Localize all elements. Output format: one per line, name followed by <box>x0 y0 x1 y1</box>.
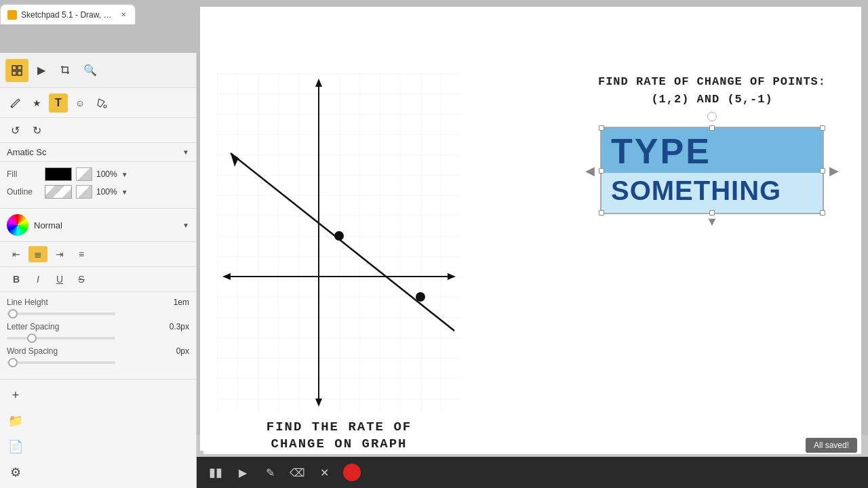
line-height-thumb[interactable] <box>8 309 18 319</box>
settings-button[interactable]: ⚙ <box>5 462 26 483</box>
svg-point-15 <box>416 292 425 302</box>
arrow-down-handle[interactable]: ▼ <box>706 215 718 229</box>
letter-spacing-row: Letter Spacing 0.3px <box>7 322 189 331</box>
clear-tool-bottom[interactable]: ✕ <box>313 462 335 483</box>
letter-spacing-thumb[interactable] <box>27 333 37 343</box>
word-spacing-value: 0px <box>165 346 189 356</box>
paint-tool[interactable] <box>92 94 111 113</box>
fill-opacity-btn[interactable] <box>76 167 92 181</box>
sketchpad-favicon <box>7 10 17 20</box>
word-spacing-row: Word Spacing 0px <box>7 346 189 356</box>
undo-redo-bar: ↺ ↻ <box>0 118 196 143</box>
svg-rect-3 <box>18 71 22 75</box>
problem-line2: (1,2) AND (5,-1) <box>651 93 772 106</box>
right-content: FIND RATE OF CHANGE OF POINTS: (1,2) AND… <box>576 73 848 214</box>
word-spacing-label: Word Spacing <box>7 346 161 356</box>
word-spacing-thumb[interactable] <box>8 358 18 367</box>
letter-spacing-slider[interactable] <box>7 337 115 340</box>
redo-button[interactable]: ↻ <box>27 121 46 140</box>
italic-button[interactable]: I <box>28 271 47 287</box>
align-justify-btn[interactable]: ≡ <box>72 246 91 262</box>
svg-rect-2 <box>12 71 16 75</box>
resize-tl[interactable] <box>599 125 604 131</box>
fill-opacity-arrow[interactable]: ▼ <box>121 171 128 178</box>
tools-button[interactable] <box>5 59 28 82</box>
sidebar-actions: + 📁 📄 ⚙ <box>0 379 196 488</box>
type-text: TYPE <box>611 131 711 171</box>
graph-container <box>217 73 461 412</box>
something-row: SOMETHING <box>601 173 823 213</box>
sidebar: ▶ 🔍 ★ T ☺ ↺ ↻ <box>0 53 197 488</box>
font-name-label: Amatic Sc <box>7 147 180 157</box>
folder-button[interactable]: 📁 <box>5 411 26 431</box>
crop-tool[interactable] <box>54 59 77 82</box>
underline-button[interactable]: U <box>50 271 69 287</box>
tab-close-sketchpad[interactable]: ✕ <box>119 10 128 20</box>
fill-label: Fill <box>7 169 41 179</box>
recording-toolbar: ▮▮ ▶ ✎ ⌫ ✕ <box>197 457 868 488</box>
record-indicator[interactable] <box>343 464 361 481</box>
graph-label: FIND THE RATE OF CHANGE ON GRAPH <box>217 419 461 452</box>
resize-bc[interactable] <box>709 210 715 216</box>
resize-br[interactable] <box>820 210 825 216</box>
problem-text: FIND RATE OF CHANGE OF POINTS: (1,2) AND… <box>576 73 848 108</box>
line-height-value: 1em <box>165 298 189 307</box>
arrow-left-handle[interactable]: ◀ <box>585 163 595 178</box>
color-blend-row: Normal ▼ <box>0 209 196 242</box>
undo-button[interactable]: ↺ <box>5 121 24 140</box>
bold-button[interactable]: B <box>7 271 26 287</box>
all-saved-badge: All saved! <box>806 438 857 453</box>
strikethrough-button[interactable]: S <box>72 271 91 287</box>
eraser-tool-bottom[interactable]: ⌫ <box>286 462 308 483</box>
line-height-slider[interactable] <box>7 312 115 315</box>
rotate-handle[interactable] <box>707 112 717 121</box>
type-box[interactable]: TYPE SOMETHING <box>600 127 824 214</box>
align-left-btn[interactable]: ⇤ <box>7 246 26 262</box>
text-style-row: B I U S <box>0 267 196 292</box>
app-area: ▶ 🔍 ★ T ☺ ↺ ↻ <box>0 53 868 488</box>
resize-mr[interactable] <box>820 168 825 174</box>
emoji-tool[interactable]: ☺ <box>71 94 90 113</box>
pen-tool-bottom[interactable]: ✎ <box>259 462 281 483</box>
word-spacing-slider[interactable] <box>7 361 115 364</box>
outline-label: Outline <box>7 187 41 197</box>
text-align-row: ⇤ ≣ ⇥ ≡ <box>0 242 196 267</box>
letter-spacing-value: 0.3px <box>165 322 189 331</box>
add-button[interactable]: + <box>5 385 26 405</box>
outline-opacity-arrow[interactable]: ▼ <box>121 188 128 196</box>
blend-mode-arrow[interactable]: ▼ <box>182 222 189 229</box>
layers-button[interactable]: 📄 <box>5 436 26 457</box>
pencil-tool[interactable] <box>5 94 24 113</box>
arrow-right-handle[interactable]: ▶ <box>829 163 839 178</box>
resize-tr[interactable] <box>820 125 825 131</box>
resize-ml[interactable] <box>599 168 604 174</box>
select-tool[interactable]: ▶ <box>30 59 53 82</box>
fill-color-swatch[interactable] <box>45 167 72 181</box>
outline-opacity-btn[interactable] <box>76 185 92 199</box>
canvas-main: FIND THE RATE OF CHANGE ON GRAPH FIND RA… <box>197 53 868 488</box>
search-tool[interactable]: 🔍 <box>79 59 102 82</box>
toolbar-icons: ★ T ☺ <box>0 88 196 118</box>
fill-section: Fill 100% ▼ Outline 100% ▼ <box>0 162 196 209</box>
cursor-tool-bottom[interactable]: ▶ <box>232 462 254 483</box>
tab-sketchpad-label: Sketchpad 5.1 - Draw, Cre... <box>21 10 115 20</box>
pause-button[interactable]: ▮▮ <box>205 462 226 483</box>
star-tool[interactable]: ★ <box>27 94 46 113</box>
align-center-btn[interactable]: ≣ <box>28 246 47 262</box>
align-right-btn[interactable]: ⇥ <box>50 246 69 262</box>
tab-sketchpad[interactable]: Sketchpad 5.1 - Draw, Cre... ✕ <box>0 4 136 24</box>
color-wheel[interactable] <box>7 214 28 236</box>
text-tool[interactable]: T <box>49 94 68 113</box>
fill-opacity-value: 100% <box>96 169 117 179</box>
canvas-page[interactable]: FIND THE RATE OF CHANGE ON GRAPH FIND RA… <box>203 60 861 454</box>
font-dropdown-arrow[interactable]: ▼ <box>182 148 189 156</box>
toolbar-top: ▶ 🔍 <box>0 53 196 88</box>
resize-tc[interactable] <box>709 125 715 131</box>
blend-mode-label: Normal <box>34 220 177 230</box>
outline-color-swatch[interactable] <box>45 185 72 199</box>
resize-bl[interactable] <box>599 210 604 216</box>
font-selector[interactable]: Amatic Sc ▼ <box>0 143 196 162</box>
svg-point-4 <box>104 105 106 108</box>
graph-label-text: FIND THE RATE OF CHANGE ON GRAPH <box>217 419 461 452</box>
fill-row: Fill 100% ▼ <box>7 167 189 181</box>
